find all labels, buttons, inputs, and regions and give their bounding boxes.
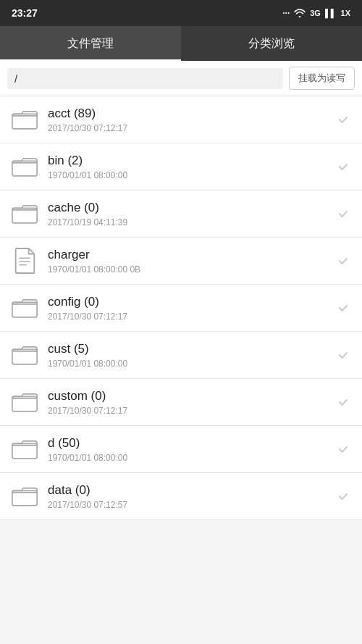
list-item[interactable]: config (0)2017/10/30 07:12:17	[0, 285, 362, 332]
list-item[interactable]: d (50)1970/01/01 08:00:00	[0, 426, 362, 473]
battery-label: 1X	[341, 9, 350, 17]
file-meta: 1970/01/01 08:00:00	[48, 359, 334, 369]
file-list: acct (89)2017/10/30 07:12:17 bin (2)1970…	[0, 96, 362, 520]
tab-category-browser[interactable]: 分类浏览	[181, 26, 362, 61]
file-name: cust (5)	[48, 342, 334, 356]
file-name: bin (2)	[48, 154, 334, 168]
folder-icon	[10, 105, 39, 134]
status-bar: 23:27 ··· 3G ▌▌ 1X	[0, 0, 362, 26]
check-icon	[334, 252, 352, 269]
check-icon	[334, 205, 352, 222]
file-meta: 2017/10/19 04:11:39	[48, 217, 334, 227]
check-icon	[334, 488, 352, 505]
folder-icon	[10, 388, 39, 417]
check-icon	[334, 393, 352, 411]
file-name: d (50)	[48, 436, 334, 451]
path-bar: 挂载为读写	[0, 61, 362, 96]
check-icon	[334, 440, 352, 458]
mount-button[interactable]: 挂载为读写	[289, 67, 355, 90]
list-item[interactable]: cache (0)2017/10/19 04:11:39	[0, 191, 362, 238]
list-item[interactable]: custom (0)2017/10/30 07:12:17	[0, 379, 362, 426]
tab-bar: 文件管理 分类浏览	[0, 26, 362, 61]
status-icons: ··· 3G ▌▌ 1X	[282, 8, 350, 18]
file-meta: 1970/01/01 08:00:00 0B	[48, 264, 334, 275]
list-item[interactable]: acct (89)2017/10/30 07:12:17	[0, 96, 362, 143]
file-icon	[10, 246, 39, 275]
tab-file-manager[interactable]: 文件管理	[0, 26, 181, 61]
battery-indicator: ▌▌	[325, 9, 337, 17]
path-input[interactable]	[7, 68, 283, 89]
folder-icon	[10, 293, 39, 322]
signal-dots: ···	[282, 8, 290, 18]
wifi-icon	[294, 9, 306, 17]
folder-icon	[10, 435, 39, 464]
list-item[interactable]: charger1970/01/01 08:00:00 0B	[0, 238, 362, 285]
list-item[interactable]: cust (5)1970/01/01 08:00:00	[0, 332, 362, 379]
file-meta: 2017/10/30 07:12:17	[48, 311, 334, 322]
file-meta: 2017/10/30 07:12:57	[48, 500, 334, 510]
file-meta: 1970/01/01 08:00:00	[48, 453, 334, 463]
file-name: charger	[48, 248, 334, 262]
file-name: acct (89)	[48, 106, 334, 121]
file-name: data (0)	[48, 483, 334, 498]
list-item[interactable]: data (0)2017/10/30 07:12:57	[0, 473, 362, 520]
folder-icon	[10, 152, 39, 181]
file-meta: 2017/10/30 07:12:17	[48, 406, 334, 416]
folder-icon	[10, 199, 39, 228]
list-item[interactable]: bin (2)1970/01/01 08:00:00	[0, 143, 362, 191]
file-name: custom (0)	[48, 389, 334, 403]
network-type: 3G	[310, 9, 321, 17]
file-name: cache (0)	[48, 201, 334, 215]
status-time: 23:27	[12, 7, 38, 19]
check-icon	[334, 111, 352, 128]
check-icon	[334, 158, 352, 175]
check-icon	[334, 346, 352, 364]
folder-icon	[10, 340, 39, 369]
file-meta: 1970/01/01 08:00:00	[48, 170, 334, 180]
folder-icon	[10, 482, 39, 511]
file-meta: 2017/10/30 07:12:17	[48, 123, 334, 133]
check-icon	[334, 299, 352, 317]
file-name: config (0)	[48, 295, 334, 309]
